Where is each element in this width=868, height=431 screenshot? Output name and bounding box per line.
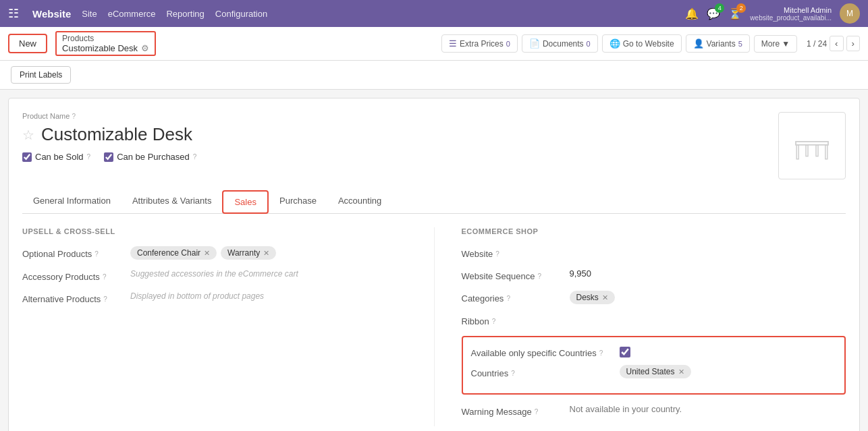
- ribbon-row: Ribbon ?: [462, 314, 846, 326]
- remove-conference-chair[interactable]: ✕: [204, 249, 210, 258]
- tab-accounting[interactable]: Accounting: [327, 190, 392, 214]
- nav-item-site[interactable]: Site: [82, 9, 97, 19]
- extra-prices-button[interactable]: ☰ Extra Prices 0: [441, 34, 518, 53]
- upsell-section-title: UPSELL & CROSS-SELL: [22, 227, 407, 235]
- website-sequence-row: Website Sequence ? 9,950: [462, 268, 846, 281]
- breadcrumb-bar: New Products Customizable Desk ⚙ ☰ Extra…: [0, 27, 868, 61]
- accessory-products-placeholder: Suggested accessories in the eCommerce c…: [130, 269, 298, 279]
- accessory-products-row: Accessory Products ? Suggested accessori…: [22, 269, 407, 282]
- clock-icon[interactable]: ⏳ 2: [728, 7, 742, 20]
- remove-warranty[interactable]: ✕: [263, 249, 269, 258]
- nav-item-configuration[interactable]: Configuration: [215, 9, 267, 19]
- star-icon[interactable]: ☆: [22, 127, 34, 143]
- alternative-products-placeholder: Displayed in bottom of product pages: [130, 291, 264, 301]
- warning-message-help-icon[interactable]: ?: [535, 408, 539, 415]
- available-specific-countries-row: Available only specific Countries ?: [471, 345, 837, 358]
- remove-desks[interactable]: ✕: [602, 293, 608, 302]
- nav-item-reporting[interactable]: Reporting: [166, 9, 204, 19]
- warning-message-value[interactable]: Not available in your country.: [570, 404, 846, 414]
- remove-united-states[interactable]: ✕: [678, 368, 684, 376]
- ecommerce-section-title: ECOMMERCE SHOP: [462, 227, 846, 235]
- tab-purchase[interactable]: Purchase: [269, 190, 327, 214]
- tab-general[interactable]: General Information: [22, 190, 121, 214]
- breadcrumb-current: Customizable Desk: [62, 43, 138, 53]
- breadcrumb-parent[interactable]: Products: [62, 34, 149, 43]
- website-help-icon[interactable]: ?: [495, 250, 499, 258]
- globe-icon: 🌐: [609, 38, 620, 49]
- desk-svg-icon: [792, 125, 832, 166]
- countries-help-icon[interactable]: ?: [511, 370, 515, 377]
- available-specific-countries-help-icon[interactable]: ?: [599, 349, 603, 357]
- grid-icon[interactable]: ☷: [8, 6, 19, 21]
- variants-button[interactable]: 👤 Variants 5: [686, 34, 750, 53]
- can-be-sold-help-icon[interactable]: ?: [87, 153, 91, 161]
- svg-rect-0: [796, 142, 828, 145]
- nav-items: Site eCommerce Reporting Configuration: [82, 9, 267, 19]
- product-name-help-icon[interactable]: ?: [72, 113, 76, 120]
- print-labels-button[interactable]: Print Labels: [11, 66, 71, 84]
- accessory-products-help-icon[interactable]: ?: [103, 273, 107, 281]
- website-sequence-label: Website Sequence ?: [462, 268, 570, 281]
- can-be-sold-label: Can be Sold: [35, 152, 84, 162]
- categories-help-icon[interactable]: ?: [506, 295, 510, 302]
- svg-rect-1: [796, 145, 798, 159]
- optional-products-label: Optional Products ?: [22, 246, 130, 259]
- ribbon-label: Ribbon ?: [462, 314, 570, 326]
- user-info[interactable]: Mitchell Admin website_product_availabi.…: [750, 6, 832, 22]
- alternative-products-value: Displayed in bottom of product pages: [130, 291, 407, 301]
- warning-message-row: Warning Message ? Not available in your …: [462, 404, 846, 417]
- pagination: 1 / 24 ‹ ›: [807, 36, 860, 51]
- tag-conference-chair[interactable]: Conference Chair ✕: [130, 246, 217, 260]
- alternative-products-label: Alternative Products ?: [22, 291, 130, 304]
- accessory-products-label: Accessory Products ?: [22, 269, 130, 282]
- upsell-section: UPSELL & CROSS-SELL Optional Products ? …: [22, 227, 435, 426]
- available-specific-countries-label: Available only specific Countries ?: [471, 345, 620, 358]
- toolbar-buttons: ☰ Extra Prices 0 📄 Documents 0 🌐 Go to W…: [441, 34, 860, 53]
- new-button[interactable]: New: [8, 34, 47, 53]
- documents-button[interactable]: 📄 Documents 0: [522, 34, 598, 53]
- top-navigation: ☷ Website Site eCommerce Reporting Confi…: [0, 0, 868, 27]
- alternative-products-help-icon[interactable]: ?: [103, 295, 107, 303]
- svg-rect-4: [816, 145, 818, 156]
- product-name-row: ☆ Customizable Desk: [22, 124, 778, 145]
- categories-row: Categories ? Desks ✕: [462, 291, 846, 304]
- user-subtitle: website_product_availabi...: [750, 14, 832, 22]
- website-sequence-help-icon[interactable]: ?: [537, 272, 541, 280]
- can-be-purchased-checkbox[interactable]: [104, 152, 113, 162]
- bell-icon[interactable]: 🔔: [685, 7, 699, 20]
- optional-products-help-icon[interactable]: ?: [94, 250, 99, 258]
- more-button[interactable]: More ▼: [754, 35, 797, 53]
- avatar[interactable]: M: [840, 3, 860, 24]
- product-title: Customizable Desk: [41, 124, 192, 145]
- go-to-website-button[interactable]: 🌐 Go to Website: [602, 34, 682, 53]
- can-be-sold-checkbox[interactable]: [22, 152, 32, 162]
- ribbon-help-icon[interactable]: ?: [492, 318, 496, 325]
- can-be-purchased-help-icon[interactable]: ?: [193, 153, 197, 161]
- countries-label: Countries ?: [471, 366, 620, 378]
- checkboxes-row: Can be Sold ? Can be Purchased ?: [22, 152, 778, 162]
- prev-button[interactable]: ‹: [830, 36, 843, 51]
- nav-item-ecommerce[interactable]: eCommerce: [108, 9, 156, 19]
- tag-desks[interactable]: Desks ✕: [570, 291, 615, 304]
- nav-right: 🔔 💬 4 ⏳ 2 Mitchell Admin website_product…: [685, 3, 860, 24]
- tag-warranty[interactable]: Warranty ✕: [221, 246, 276, 260]
- tab-attributes[interactable]: Attributes & Variants: [121, 190, 223, 214]
- website-sequence-value[interactable]: 9,950: [570, 268, 846, 279]
- tag-united-states[interactable]: United States ✕: [620, 365, 691, 378]
- can-be-sold-field: Can be Sold ?: [22, 152, 90, 162]
- accessory-products-value: Suggested accessories in the eCommerce c…: [130, 269, 407, 279]
- doc-icon: 📄: [529, 38, 540, 49]
- next-button[interactable]: ›: [846, 36, 860, 51]
- product-header-left: Product Name ? ☆ Customizable Desk Can b…: [22, 112, 778, 167]
- warning-message-label: Warning Message ?: [462, 404, 570, 417]
- settings-icon[interactable]: ⚙: [141, 43, 149, 53]
- tab-sales[interactable]: Sales: [222, 190, 269, 214]
- nav-brand[interactable]: Website: [32, 8, 71, 20]
- tab-content: UPSELL & CROSS-SELL Optional Products ? …: [22, 227, 846, 426]
- tabs: General Information Attributes & Variant…: [22, 190, 846, 214]
- ecommerce-section: ECOMMERCE SHOP Website ? Website Sequenc…: [435, 227, 846, 426]
- chat-icon[interactable]: 💬 4: [707, 7, 720, 20]
- messages-badge: 2: [736, 3, 746, 13]
- can-be-purchased-label: Can be Purchased: [117, 152, 190, 162]
- available-specific-countries-checkbox[interactable]: [620, 347, 630, 357]
